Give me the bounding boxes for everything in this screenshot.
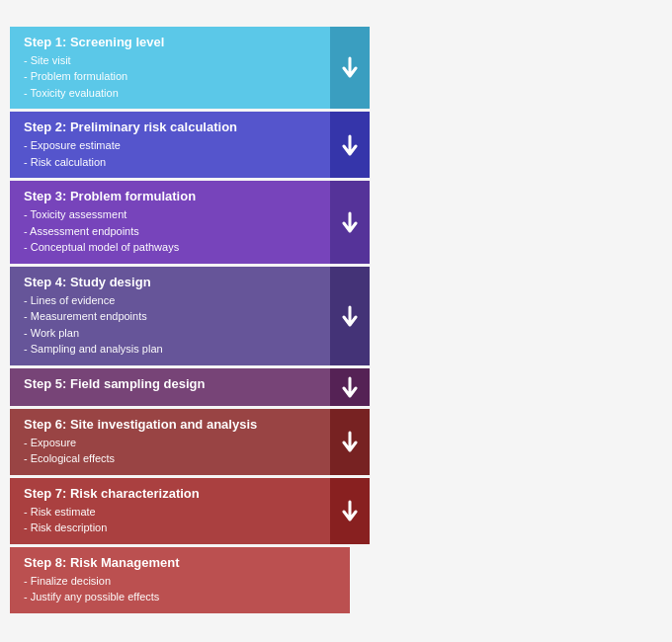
row-spacer — [370, 409, 662, 475]
step-row-2: Step 2: Preliminary risk calculation- Ex… — [10, 112, 662, 178]
row-spacer — [350, 547, 662, 613]
arrow-icon-5 — [339, 376, 361, 398]
step-title-7: Step 7: Risk characterization — [24, 486, 316, 501]
step-item: - Assessment endpoints — [24, 223, 316, 240]
step-title-2: Step 2: Preliminary risk calculation — [24, 120, 316, 134]
step-box-6: Step 6: Site investigation and analysis-… — [10, 409, 330, 475]
arrow-icon-3 — [339, 211, 361, 233]
step-box-8: Step 8: Risk Management- Finalize decisi… — [10, 547, 350, 613]
arrow-col-6 — [330, 409, 370, 475]
arrow-col-4 — [330, 267, 370, 365]
step-box-5: Step 5: Field sampling design — [10, 368, 330, 406]
arrow-col-7 — [330, 478, 370, 544]
step-row-1: Step 1: Screening level- Site visit- Pro… — [10, 27, 662, 110]
step-item: - Work plan — [24, 325, 316, 342]
row-spacer — [370, 368, 662, 406]
step-item: - Measurement endpoints — [24, 308, 316, 325]
arrow-icon-7 — [339, 500, 361, 522]
step-item: - Toxicity assessment — [24, 206, 316, 223]
step-item: - Justify any possible effects — [24, 589, 336, 605]
step-title-4: Step 4: Study design — [24, 275, 316, 289]
step-row-5: Step 5: Field sampling design — [10, 368, 662, 406]
step-row-4: Step 4: Study design- Lines of evidence-… — [10, 267, 662, 365]
step-item: - Finalize decision — [24, 573, 336, 590]
arrow-icon-1 — [339, 56, 361, 78]
step-item: - Exposure — [24, 435, 316, 451]
step-box-3: Step 3: Problem formulation- Toxicity as… — [10, 181, 330, 264]
step-box-1: Step 1: Screening level- Site visit- Pro… — [10, 27, 330, 110]
step-item: - Exposure estimate — [24, 137, 316, 154]
row-spacer — [370, 478, 662, 544]
step-item: - Conceptual model of pathways — [24, 239, 316, 256]
step-item: - Risk estimate — [24, 504, 316, 521]
arrow-icon-4 — [339, 305, 361, 327]
arrow-col-3 — [330, 181, 370, 264]
row-spacer — [370, 112, 662, 178]
arrow-col-1 — [330, 27, 370, 110]
step-row-3: Step 3: Problem formulation- Toxicity as… — [10, 181, 662, 264]
step-item: - Site visit — [24, 52, 316, 69]
step-title-8: Step 8: Risk Management — [24, 555, 336, 570]
step-title-3: Step 3: Problem formulation — [24, 189, 316, 203]
row-spacer — [370, 181, 662, 264]
arrow-col-2 — [330, 112, 370, 178]
step-box-4: Step 4: Study design- Lines of evidence-… — [10, 267, 330, 365]
step-item: - Lines of evidence — [24, 292, 316, 309]
arrow-icon-6 — [339, 431, 361, 452]
step-item: - Toxicity evaluation — [24, 85, 316, 102]
step-title-5: Step 5: Field sampling design — [24, 376, 316, 391]
diagram: Step 1: Screening level- Site visit- Pro… — [10, 27, 662, 616]
step-item: - Risk calculation — [24, 154, 316, 171]
step-row-7: Step 7: Risk characterization- Risk esti… — [10, 478, 662, 544]
step-title-1: Step 1: Screening level — [24, 35, 316, 49]
arrow-col-5 — [330, 368, 370, 406]
row-spacer — [370, 267, 662, 365]
step-item: - Ecological effects — [24, 450, 316, 467]
step-row-8: Step 8: Risk Management- Finalize decisi… — [10, 547, 662, 613]
arrow-icon-2 — [339, 134, 361, 156]
row-spacer — [370, 27, 662, 110]
step-box-7: Step 7: Risk characterization- Risk esti… — [10, 478, 330, 544]
step-item: - Problem formulation — [24, 68, 316, 85]
step-item: - Risk description — [24, 520, 316, 536]
step-item: - Sampling and analysis plan — [24, 341, 316, 358]
step-title-6: Step 6: Site investigation and analysis — [24, 417, 316, 432]
step-box-2: Step 2: Preliminary risk calculation- Ex… — [10, 112, 330, 178]
step-row-6: Step 6: Site investigation and analysis-… — [10, 409, 662, 475]
